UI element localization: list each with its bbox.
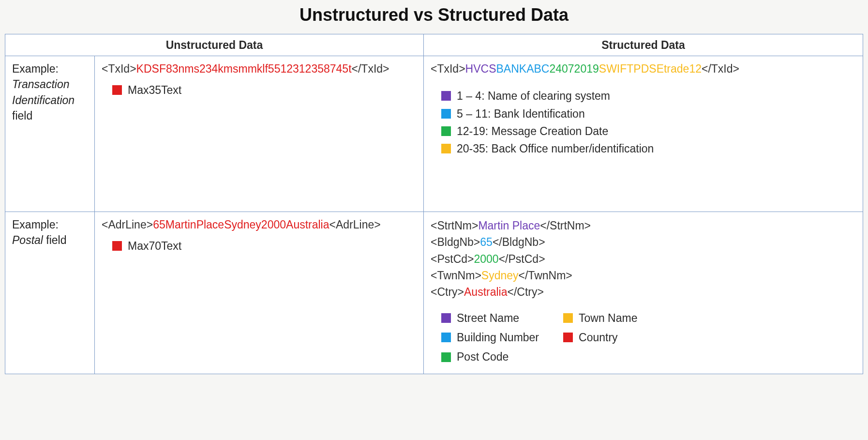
table-header-row: Unstructured Data Structured Data [5,34,863,56]
legend-text: 20-35: Back Office number/identification [457,141,654,156]
table-row: Example: Postal field <AdrLine>65MartinP… [5,212,863,374]
square-icon [441,109,451,119]
square-icon [441,352,451,362]
square-icon [112,85,122,95]
legend-text: Country [579,330,618,345]
legend-item: Street Name [441,310,539,326]
example-prefix: Example: [12,217,88,232]
legend-text: 12-19: Message Creation Date [457,123,608,139]
xml-tag-close: </StrtNm> [540,219,591,232]
xml-part-clearing: HVCS [465,62,496,75]
legend-text: Town Name [579,310,637,326]
legend-item: 20-35: Back Office number/identification [441,141,856,156]
page-title: Unstructured vs Structured Data [5,5,863,25]
row-label-postal: Example: Postal field [5,212,95,374]
cell-unstructured-postal: <AdrLine>65MartinPlaceSydney2000Australi… [95,212,424,374]
xml-tag-open: <TxId> [102,62,136,75]
xml-value: 2000 [474,253,499,265]
example-prefix: Example: [12,61,88,76]
table-row: Example: Transaction Identification fiel… [5,56,863,212]
xml-value: 65MartinPlaceSydney2000Australia [153,218,329,231]
xml-tag-close: <AdrLine> [329,218,381,231]
xml-part-bank: BANKABC [496,62,550,75]
xml-tag-close: </Ctry> [508,286,544,298]
col-header-unstructured: Unstructured Data [5,34,424,56]
col-header-structured: Structured Data [424,34,863,56]
example-name: Transaction Identification [12,78,75,106]
xml-tag-open: <TxId> [431,62,465,75]
xml-value: Martin Place [478,219,540,232]
legend-item: Post Code [441,349,539,364]
cell-structured-txid: <TxId>HVCSBANKABC24072019SWIFTPDSEtrade1… [424,56,863,212]
legend-item: 12-19: Message Creation Date [441,123,856,139]
xml-tag-open: <PstCd> [431,253,474,265]
example-suffix: field [12,109,32,122]
xml-tag-open: <TwnNm> [431,269,481,282]
xml-tag-close: </TwnNm> [519,269,572,282]
xml-sample: <TxId>HVCSBANKABC24072019SWIFTPDSEtrade1… [431,61,856,76]
legend-text: Building Number [457,330,539,345]
xml-value: KDSF83nms234kmsmmklf5512312358745t [136,62,352,75]
legend-text: Max35Text [128,82,181,98]
xml-tag-close: </BldgNb> [493,236,545,248]
xml-sample: <TxId>KDSF83nms234kmsmmklf5512312358745t… [102,61,417,76]
xml-tag-open: <BldgNb> [431,236,480,248]
comparison-table: Unstructured Data Structured Data Exampl… [5,34,863,374]
xml-value: Australia [464,286,507,298]
legend-text: Street Name [457,310,519,326]
xml-part-backoffice: SWIFTPDSEtrade12 [599,62,702,75]
xml-tag-close: </TxId> [702,62,739,75]
legend-text: 1 – 4: Name of clearing system [457,88,610,104]
legend-item: 5 – 11: Bank Identification [441,106,856,121]
legend-item: Max35Text [112,82,417,98]
xml-sample: <StrtNm>Martin Place</StrtNm> <BldgNb>65… [431,218,856,300]
row-label-txid: Example: Transaction Identification fiel… [5,56,95,212]
legend-item: Building Number [441,330,539,345]
legend-text: Max70Text [128,238,181,254]
xml-tag-open: <StrtNm> [431,219,478,232]
xml-tag-open: <Ctry> [431,286,464,298]
legend-grid: Street Name Town Name Building Number Co… [441,308,637,367]
xml-tag-close: </TxId> [352,62,389,75]
legend-text: 5 – 11: Bank Identification [457,106,585,121]
square-icon [441,313,451,323]
square-icon [563,313,573,323]
square-icon [563,333,573,342]
xml-value: Sydney [481,269,519,282]
legend-item: Max70Text [112,238,417,254]
legend-item: Town Name [563,310,637,326]
cell-structured-postal: <StrtNm>Martin Place</StrtNm> <BldgNb>65… [424,212,863,374]
xml-tag-close: </PstCd> [499,253,545,265]
cell-unstructured-txid: <TxId>KDSF83nms234kmsmmklf5512312358745t… [95,56,424,212]
xml-sample: <AdrLine>65MartinPlaceSydney2000Australi… [102,217,417,232]
legend-text: Post Code [457,349,509,364]
example-name: Postal [12,234,43,246]
square-icon [112,241,122,251]
square-icon [441,126,451,136]
example-suffix: field [46,234,66,246]
square-icon [441,144,451,153]
xml-tag-open: <AdrLine> [102,218,153,231]
legend-item: Country [563,330,637,345]
square-icon [441,333,451,342]
legend-item: 1 – 4: Name of clearing system [441,88,856,104]
xml-part-date: 24072019 [549,62,599,75]
xml-value: 65 [480,236,493,248]
square-icon [441,91,451,101]
